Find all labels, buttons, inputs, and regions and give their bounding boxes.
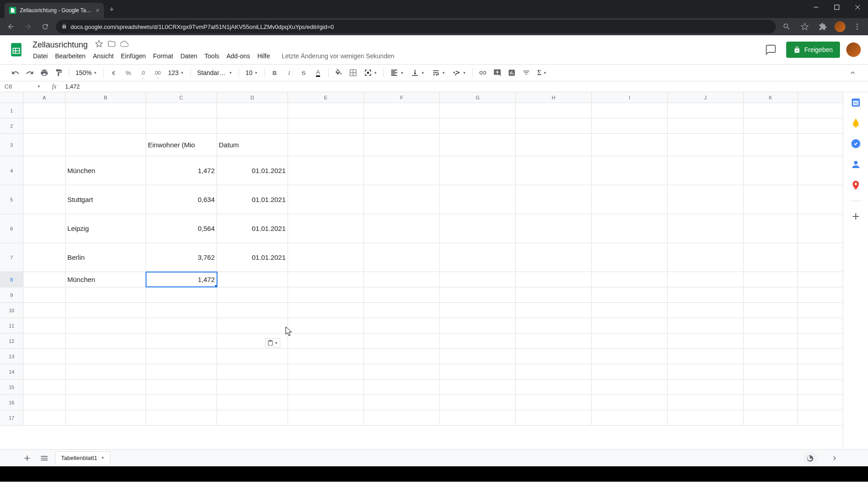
cell[interactable] xyxy=(364,156,440,185)
extensions-icon[interactable] xyxy=(816,20,829,33)
cell[interactable] xyxy=(288,333,364,348)
redo-button[interactable] xyxy=(24,66,36,79)
cell[interactable] xyxy=(440,364,516,379)
cell[interactable]: 01.01.2021 xyxy=(217,156,288,185)
cell[interactable] xyxy=(24,410,66,425)
cell[interactable] xyxy=(592,349,668,364)
cell[interactable] xyxy=(24,333,66,348)
cell[interactable] xyxy=(146,395,217,410)
cell[interactable] xyxy=(217,395,288,410)
cell[interactable]: München xyxy=(66,272,146,287)
insert-comment-button[interactable] xyxy=(491,66,504,79)
cell[interactable]: München xyxy=(66,156,146,185)
select-all-corner[interactable] xyxy=(0,92,24,103)
column-header[interactable]: A xyxy=(24,92,66,103)
cell[interactable] xyxy=(744,134,798,156)
cell[interactable] xyxy=(24,118,66,133)
sheets-logo[interactable] xyxy=(7,41,25,59)
cell[interactable] xyxy=(668,364,744,379)
menu-datei[interactable]: Datei xyxy=(30,52,51,61)
cell[interactable] xyxy=(440,380,516,394)
cell[interactable] xyxy=(288,395,364,410)
cell[interactable] xyxy=(516,395,592,410)
add-addon-icon[interactable] xyxy=(850,211,861,222)
comment-history-button[interactable] xyxy=(762,41,780,59)
percent-button[interactable]: % xyxy=(122,66,135,79)
share-button[interactable]: Freigeben xyxy=(786,42,840,58)
horizontal-align-button[interactable]: ▼ xyxy=(387,67,406,78)
cell[interactable] xyxy=(668,185,744,214)
cell[interactable] xyxy=(668,243,744,272)
cell[interactable] xyxy=(146,103,217,118)
column-header[interactable]: C xyxy=(146,92,217,103)
cell[interactable] xyxy=(364,410,440,425)
column-header[interactable]: J xyxy=(668,92,744,103)
italic-button[interactable]: I xyxy=(283,66,296,79)
currency-button[interactable]: € xyxy=(108,66,120,79)
cell[interactable] xyxy=(217,103,288,118)
bookmark-icon[interactable] xyxy=(798,20,811,33)
more-formats-select[interactable]: 123▼ xyxy=(165,67,187,78)
cell[interactable] xyxy=(592,103,668,118)
cell[interactable] xyxy=(668,287,744,302)
cell[interactable]: Berlin xyxy=(66,243,146,272)
cell[interactable] xyxy=(440,118,516,133)
name-box[interactable]: C8▼ xyxy=(0,83,45,90)
cell[interactable] xyxy=(217,118,288,133)
filter-button[interactable] xyxy=(520,66,533,79)
calendar-icon[interactable]: 31 xyxy=(850,97,861,108)
cell[interactable] xyxy=(217,380,288,394)
cell[interactable] xyxy=(364,243,440,272)
cell[interactable] xyxy=(146,118,217,133)
cell[interactable]: 01.01.2021 xyxy=(217,243,288,272)
merge-cells-button[interactable]: ▼ xyxy=(361,67,380,78)
cell[interactable] xyxy=(592,380,668,394)
text-wrap-button[interactable]: ▼ xyxy=(429,67,448,78)
cell[interactable] xyxy=(24,303,66,318)
borders-button[interactable] xyxy=(347,66,359,79)
cell[interactable] xyxy=(146,287,217,302)
cell[interactable] xyxy=(66,103,146,118)
cell[interactable] xyxy=(146,303,217,318)
cell[interactable] xyxy=(516,333,592,348)
window-minimize[interactable] xyxy=(806,0,826,14)
font-select[interactable]: Standard (...▼ xyxy=(194,67,235,78)
text-rotation-button[interactable]: ▼ xyxy=(450,67,469,78)
cell[interactable]: 1,472 xyxy=(146,272,217,287)
cell[interactable] xyxy=(516,349,592,364)
cell[interactable] xyxy=(146,380,217,394)
cell[interactable] xyxy=(744,333,798,348)
cell[interactable] xyxy=(66,410,146,425)
cell[interactable] xyxy=(217,410,288,425)
cell[interactable]: 01.01.2021 xyxy=(217,185,288,214)
cell[interactable] xyxy=(668,103,744,118)
cell[interactable]: Stuttgart xyxy=(66,185,146,214)
cell[interactable] xyxy=(516,134,592,156)
cell[interactable] xyxy=(668,156,744,185)
cell[interactable] xyxy=(440,395,516,410)
cell[interactable] xyxy=(668,395,744,410)
cell[interactable] xyxy=(592,303,668,318)
cell[interactable] xyxy=(744,185,798,214)
cell[interactable] xyxy=(288,410,364,425)
bold-button[interactable]: B xyxy=(269,66,281,79)
row-header[interactable]: 4 xyxy=(0,156,24,185)
collapse-toolbar-button[interactable] xyxy=(846,66,859,79)
cell[interactable] xyxy=(592,318,668,333)
cell[interactable] xyxy=(668,318,744,333)
cell[interactable] xyxy=(440,349,516,364)
cell[interactable] xyxy=(440,333,516,348)
cell[interactable] xyxy=(364,380,440,394)
row-header[interactable]: 12 xyxy=(0,333,24,348)
font-size-select[interactable]: 10▼ xyxy=(243,67,261,78)
menu-hilfe[interactable]: Hilfe xyxy=(254,52,273,61)
cell[interactable] xyxy=(592,333,668,348)
cell[interactable] xyxy=(66,364,146,379)
cell[interactable] xyxy=(668,118,744,133)
cell[interactable] xyxy=(440,214,516,243)
cell[interactable]: 3,762 xyxy=(146,243,217,272)
move-icon[interactable] xyxy=(108,40,116,50)
cell[interactable] xyxy=(592,287,668,302)
cell[interactable] xyxy=(744,272,798,287)
cell[interactable] xyxy=(24,185,66,214)
